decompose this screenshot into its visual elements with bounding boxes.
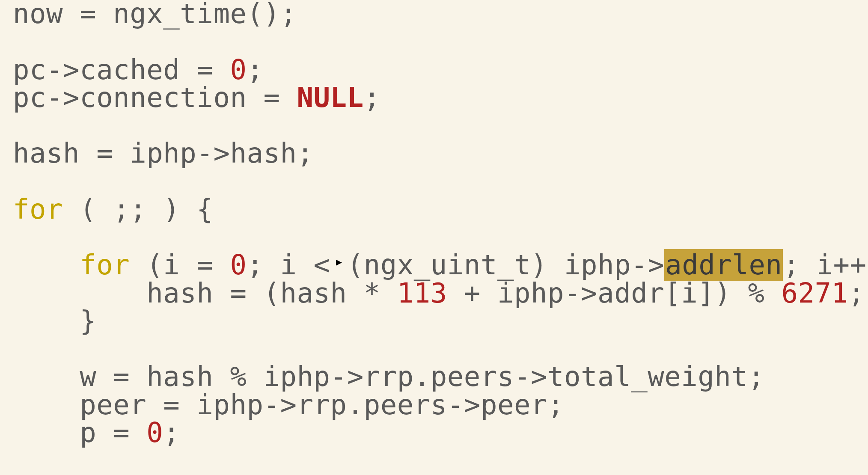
code-line: pc->connection = xyxy=(13,82,297,113)
code-block: now = ngx_time(); pc->cached = 0; pc->co… xyxy=(0,0,868,447)
number-literal: 113 xyxy=(397,277,447,309)
code-text: (i = xyxy=(130,249,230,281)
code-text: ; xyxy=(247,54,263,86)
code-indent xyxy=(13,249,80,281)
code-text: ; i < (ngx_uint_t) iphp-> xyxy=(247,249,664,281)
code-line: now = ngx_time(); xyxy=(13,0,297,30)
number-literal: 0 xyxy=(146,417,163,448)
code-indent xyxy=(13,417,80,448)
code-text: hash = (hash * xyxy=(146,277,397,309)
code-text: ; xyxy=(364,82,380,113)
code-text: ; xyxy=(163,417,180,448)
code-indent xyxy=(13,389,80,421)
code-line: pc->cached = xyxy=(13,54,230,86)
null-literal: NULL xyxy=(297,82,364,113)
code-text: + iphp->addr[i]) % xyxy=(447,277,782,309)
number-literal: 6271 xyxy=(781,277,848,309)
number-literal: 0 xyxy=(230,249,247,281)
code-text: } xyxy=(80,305,96,337)
keyword-for: for xyxy=(80,249,130,281)
code-line: hash = iphp->hash; xyxy=(13,137,314,169)
code-text: ; i++) { xyxy=(783,249,868,281)
code-text: ( ;; ) { xyxy=(63,193,213,225)
code-text: peer = iphp->rrp.peers->peer; xyxy=(80,389,564,421)
code-text: p = xyxy=(80,417,146,448)
highlighted-word-addrlen[interactable]: addrlen xyxy=(664,249,783,281)
code-text: w = hash % iphp->rrp.peers->total_weight… xyxy=(80,361,764,392)
keyword-for: for xyxy=(13,193,63,225)
code-indent xyxy=(13,277,146,309)
number-literal: 0 xyxy=(230,54,247,86)
code-indent xyxy=(13,305,80,337)
code-text: ; xyxy=(848,277,865,309)
code-indent xyxy=(13,361,80,392)
